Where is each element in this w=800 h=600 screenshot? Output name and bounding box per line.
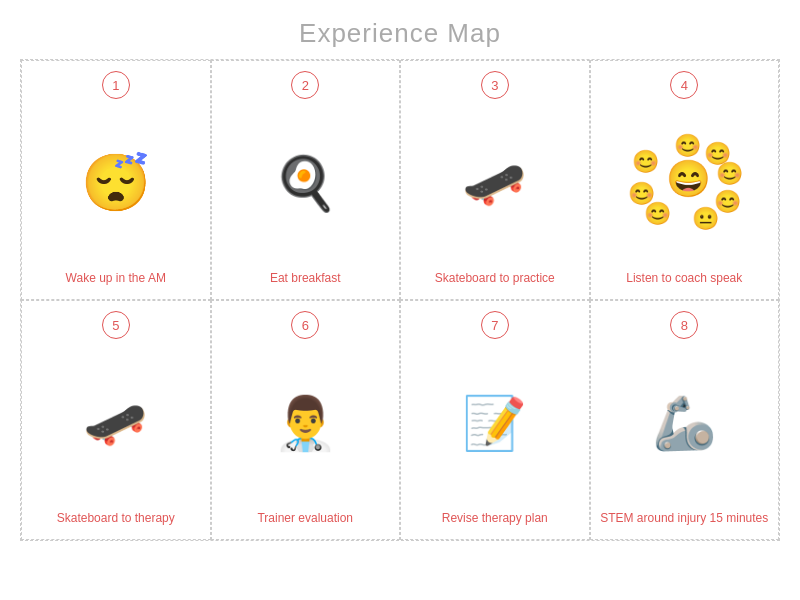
emoji-6: 👨‍⚕️ [273,341,338,505]
cell-4: 4 😄 😊 😊 😊 😊 😐 😊 😊 😊 Listen to coach spea… [590,60,780,300]
page-title: Experience Map [299,18,501,49]
step-number-7: 7 [481,311,509,339]
emoji-8: 🦾 [652,341,717,505]
emoji-7: 📝 [462,341,527,505]
label-4: Listen to coach speak [626,271,742,287]
emoji-5: 🛹 [83,341,148,505]
emoji-4: 😄 😊 😊 😊 😊 😐 😊 😊 😊 [624,101,744,265]
label-2: Eat breakfast [270,271,341,287]
label-6: Trainer evaluation [257,511,353,527]
emoji-cluster-4: 😄 😊 😊 😊 😊 😐 😊 😊 😊 [624,133,744,233]
label-3: Skateboard to practice [435,271,555,287]
emoji-2: 🍳 [273,101,338,265]
emoji-cluster-center: 😄 [666,161,711,197]
label-8: STEM around injury 15 minutes [600,511,768,527]
experience-map-grid: 1 😴 Wake up in the AM 2 🍳 Eat breakfast … [20,59,780,541]
step-number-2: 2 [291,71,319,99]
cell-5: 5 🛹 Skateboard to therapy [21,300,211,540]
emoji-1: 😴 [81,101,151,265]
cell-1: 1 😴 Wake up in the AM [21,60,211,300]
step-number-3: 3 [481,71,509,99]
page: Experience Map 1 😴 Wake up in the AM 2 🍳… [0,0,800,600]
label-5: Skateboard to therapy [57,511,175,527]
step-number-5: 5 [102,311,130,339]
emoji-3: 🛹 [462,101,527,265]
step-number-6: 6 [291,311,319,339]
cell-2: 2 🍳 Eat breakfast [211,60,401,300]
cell-6: 6 👨‍⚕️ Trainer evaluation [211,300,401,540]
cell-8: 8 🦾 STEM around injury 15 minutes [590,300,780,540]
step-number-8: 8 [670,311,698,339]
label-7: Revise therapy plan [442,511,548,527]
label-1: Wake up in the AM [66,271,166,287]
step-number-4: 4 [670,71,698,99]
step-number-1: 1 [102,71,130,99]
cell-7: 7 📝 Revise therapy plan [400,300,590,540]
cell-3: 3 🛹 Skateboard to practice [400,60,590,300]
